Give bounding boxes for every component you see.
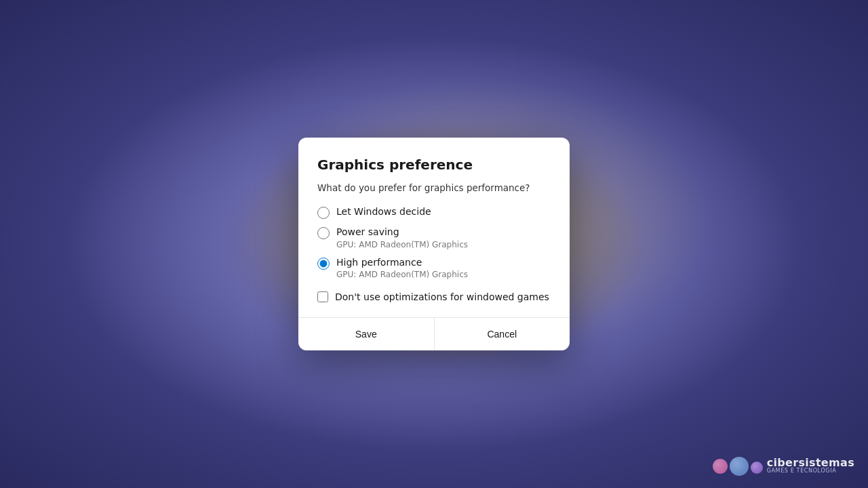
- radio-high-performance[interactable]: [317, 258, 330, 270]
- radio-power-saving[interactable]: [317, 227, 330, 239]
- cancel-button[interactable]: Cancel: [435, 318, 570, 350]
- watermark: cibersistemas games e tecnologia: [713, 457, 854, 474]
- power-saving-label: Power saving: [336, 226, 468, 239]
- bubble-blue: [730, 457, 749, 476]
- option-power-saving[interactable]: Power saving GPU: AMD Radeon(TM) Graphic…: [317, 226, 551, 249]
- dialog-footer: Save Cancel: [298, 318, 570, 350]
- bubble-purple: [751, 462, 763, 474]
- dialog-title: Graphics preference: [317, 157, 551, 173]
- watermark-brand-text: cibersistemas: [767, 457, 854, 469]
- option-high-performance[interactable]: High performance GPU: AMD Radeon(TM) Gra…: [317, 256, 551, 280]
- save-button[interactable]: Save: [298, 318, 434, 350]
- checkbox-no-windowed-optimizations[interactable]: [317, 291, 328, 302]
- graphics-preference-dialog: Graphics preference What do you prefer f…: [298, 138, 570, 350]
- watermark-bubbles: [713, 457, 763, 474]
- option-let-windows-decide[interactable]: Let Windows decide: [317, 205, 551, 219]
- radio-options-section: Let Windows decide Power saving GPU: AMD…: [317, 205, 551, 279]
- option-no-windowed-optimizations[interactable]: Don't use optimizations for windowed gam…: [317, 291, 551, 302]
- high-performance-label: High performance: [336, 256, 468, 270]
- power-saving-sublabel: GPU: AMD Radeon(TM) Graphics: [336, 240, 468, 249]
- dialog-subtitle: What do you prefer for graphics performa…: [317, 182, 551, 193]
- bubble-pink: [713, 459, 728, 474]
- watermark-sub-text: games e tecnologia: [767, 468, 854, 474]
- radio-let-windows-decide[interactable]: [317, 207, 330, 219]
- let-windows-decide-label: Let Windows decide: [336, 205, 431, 219]
- no-windowed-optimizations-label: Don't use optimizations for windowed gam…: [335, 291, 549, 302]
- high-performance-sublabel: GPU: AMD Radeon(TM) Graphics: [336, 270, 468, 279]
